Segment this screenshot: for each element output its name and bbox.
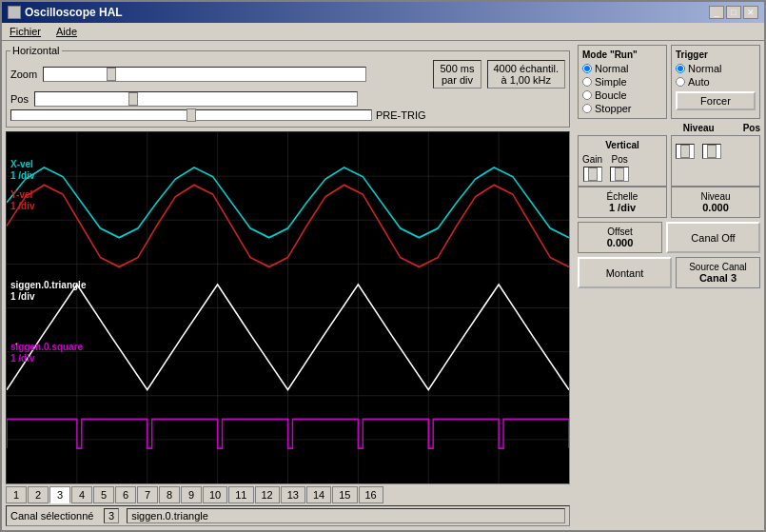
trigger-niveau-label: Niveau: [683, 123, 715, 133]
trigger-pos-label: Pos: [743, 123, 760, 133]
canal-source-input[interactable]: [127, 508, 565, 523]
offset-label: Offset: [582, 227, 658, 237]
echelle-box: Échelle 1 /div: [578, 187, 667, 218]
tab-ch5[interactable]: 5: [93, 486, 114, 503]
echelle-niveau-row: Échelle 1 /div Niveau 0.000: [578, 187, 760, 218]
tab-ch15[interactable]: 15: [332, 486, 357, 503]
ch-triangle-unit: 1 /div: [10, 291, 35, 302]
trigger-auto-label: Auto: [688, 76, 710, 88]
pretrig-bar: PRE-TRIG: [10, 109, 565, 121]
gain-slider[interactable]: [583, 167, 602, 182]
canal-off-button[interactable]: Canal Off: [666, 222, 760, 253]
source-canal-row: Montant Source Canal Canal 3: [578, 257, 760, 288]
window-icon: [8, 6, 21, 19]
maximize-button[interactable]: □: [726, 6, 741, 19]
vertical-sliders: Gain Pos: [582, 154, 662, 182]
pos-slider[interactable]: [34, 91, 358, 107]
ch-xvel-unit: 1 /div: [10, 170, 35, 181]
echelle-label: Échelle: [582, 191, 662, 202]
vertical-trigger-row: Vertical Gain Pos: [578, 135, 760, 187]
mode-simple-label: Simple: [595, 76, 627, 88]
canal-selected-label: Canal sélectionné: [10, 510, 96, 522]
tab-ch13[interactable]: 13: [281, 486, 305, 503]
tab-ch4[interactable]: 4: [71, 486, 92, 503]
horizontal-section: Horizontal Zoom 500 ms par div 4000 écha…: [6, 45, 570, 128]
source-canal-value: Canal 3: [680, 272, 756, 284]
channel-tabs: 1 2 3 4 5 6 7 8 9 10 11 12 13 14 15 16: [6, 486, 570, 503]
oscilloscope-display: ↑ X-vel 1 /div Y-vel 1 /div siggen.0.tri…: [6, 131, 570, 484]
window-title: Oscilloscope HAL: [25, 6, 123, 19]
mode-stopper-label: Stopper: [595, 103, 632, 114]
source-canal-label: Source Canal: [680, 262, 756, 272]
mode-run-radios: Normal Simple Boucle Stopper: [582, 63, 662, 114]
trigger-auto-row: Auto: [676, 76, 756, 88]
mode-boucle-radio[interactable]: [582, 90, 592, 100]
pretrig-label: PRE-TRIG: [376, 109, 426, 121]
zoom-label: Zoom: [10, 69, 37, 80]
offset-box: Offset 0.000: [578, 222, 662, 253]
vertical-label: Vertical: [582, 140, 662, 150]
tab-ch11[interactable]: 11: [228, 486, 253, 503]
mode-stopper-row: Stopper: [582, 103, 662, 114]
menu-aide[interactable]: Aide: [52, 25, 81, 38]
mode-boucle-label: Boucle: [595, 89, 627, 101]
horizontal-label: Horizontal: [10, 45, 62, 56]
mode-run-section: Mode "Run" Normal Simple Boucle: [578, 45, 667, 119]
tab-ch8[interactable]: 8: [159, 486, 180, 503]
trigger-normal-label: Normal: [688, 63, 721, 74]
mode-boucle-row: Boucle: [582, 89, 662, 101]
mode-stopper-radio[interactable]: [582, 104, 592, 113]
tab-ch3[interactable]: 3: [49, 486, 70, 503]
gain-col: Gain: [582, 154, 602, 182]
display-grid: ↑: [7, 132, 569, 483]
time-div-box: 500 ms par div: [433, 60, 481, 89]
bottom-section: 1 2 3 4 5 6 7 8 9 10 11 12 13 14 15 16: [6, 486, 570, 526]
trigger-normal-radio[interactable]: [676, 64, 685, 73]
mode-simple-radio[interactable]: [582, 77, 592, 87]
pos-label: Pos: [10, 93, 29, 105]
montant-button[interactable]: Montant: [578, 257, 672, 288]
menu-fichier[interactable]: Fichier: [6, 25, 45, 38]
tab-ch6[interactable]: 6: [115, 486, 136, 503]
pretrig-slider[interactable]: [10, 109, 372, 121]
tab-ch7[interactable]: 7: [137, 486, 158, 503]
pos-slider[interactable]: [610, 167, 629, 182]
ch-square-label: siggen.0.square: [10, 342, 83, 352]
zoom-slider[interactable]: [43, 67, 366, 82]
niveau-slider[interactable]: [676, 144, 695, 159]
tab-ch1[interactable]: 1: [6, 486, 27, 503]
close-button[interactable]: ✕: [743, 6, 758, 19]
offset-canaloff-row: Offset 0.000 Canal Off: [578, 222, 760, 253]
titlebar-buttons: _ □ ✕: [709, 6, 758, 19]
gain-label: Gain: [582, 154, 602, 165]
tab-ch2[interactable]: 2: [28, 486, 49, 503]
tab-ch16[interactable]: 16: [359, 486, 383, 503]
minimize-button[interactable]: _: [709, 6, 724, 19]
tab-ch10[interactable]: 10: [203, 486, 227, 503]
tab-ch14[interactable]: 14: [306, 486, 331, 503]
trigger-sliders: [676, 144, 756, 159]
trig-pos-slider[interactable]: [702, 144, 721, 159]
mode-normal-label: Normal: [595, 63, 628, 74]
ch-triangle-label: siggen.0.triangle: [10, 280, 86, 290]
ch-yvel-unit: 1 /div: [10, 201, 35, 211]
tab-ch9[interactable]: 9: [181, 486, 202, 503]
trig-pos-col: [702, 144, 721, 159]
tab-ch12[interactable]: 12: [255, 486, 280, 503]
right-panel-top: Mode "Run" Normal Simple Boucle: [578, 45, 760, 119]
ch-xvel-label: X-vel: [10, 159, 33, 169]
niveau-label: Niveau: [676, 191, 756, 202]
niveau-col: [676, 144, 695, 159]
force-button[interactable]: Forcer: [676, 91, 756, 110]
trigger-section: Trigger Normal Auto Forcer: [671, 45, 760, 119]
echelle-value: 1 /div: [582, 202, 662, 213]
menubar: Fichier Aide: [2, 23, 764, 41]
mode-simple-row: Simple: [582, 76, 662, 88]
trigger-auto-radio[interactable]: [676, 77, 685, 87]
mode-normal-radio[interactable]: [582, 64, 592, 73]
ch-square-unit: 1 /div: [10, 353, 35, 364]
canal-selected-row: Canal sélectionné 3: [6, 505, 570, 526]
samples-box[interactable]: 4000 échantil. à 1,00 kHz: [487, 60, 566, 89]
mode-run-label: Mode "Run": [582, 49, 662, 60]
ch-yvel-label: Y-vel: [10, 189, 32, 200]
